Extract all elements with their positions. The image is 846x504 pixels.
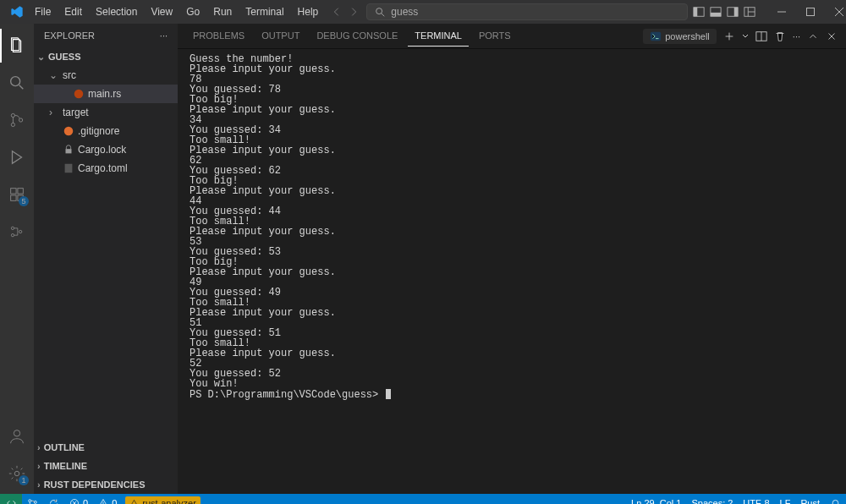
svg-point-18 [11,234,14,237]
toggle-primary-sidebar-icon[interactable] [693,6,705,18]
window-controls [767,0,846,24]
status-spaces[interactable]: Spaces: 2 [686,494,738,504]
folder-src[interactable]: ⌄src [34,66,178,85]
close-panel-icon[interactable] [826,30,838,42]
section-rust-dependencies[interactable]: ›RUST DEPENDENCIES [34,475,178,494]
panel-tab-problems[interactable]: PROBLEMS [186,25,251,47]
editor-area: PROBLEMSOUTPUTDEBUG CONSOLETERMINALPORTS… [178,24,846,494]
status-rust-analyzer[interactable]: rust-analyzer [125,496,201,504]
lock-icon [63,144,74,156]
nav-forward-icon[interactable] [348,6,360,18]
panel-tab-terminal[interactable]: TERMINAL [408,25,469,47]
file-tree: ⌄srcmain.rs›target.gitignoreCargo.lockCa… [34,66,178,178]
kill-terminal-icon[interactable] [774,30,786,42]
menu-view[interactable]: View [145,3,179,21]
chevron-right-icon: › [37,479,41,490]
svg-rect-2 [694,8,697,17]
maximize-panel-icon[interactable] [807,30,819,42]
search-icon [374,6,386,18]
activity-remote-explorer[interactable] [0,215,34,249]
panel-tab-ports[interactable]: PORTS [472,25,518,47]
terminal-dropdown-icon[interactable] [742,33,749,40]
terminal-output[interactable]: Guess the number! Please input your gues… [178,49,846,494]
status-branch[interactable] [22,494,43,504]
project-root[interactable]: ⌄ GUESS [34,47,178,66]
tree-label: main.rs [88,88,121,100]
section-timeline[interactable]: ›TIMELINE [34,457,178,475]
status-language[interactable]: Rust [795,494,825,504]
command-center[interactable]: guess [366,3,688,20]
menu-run[interactable]: Run [207,3,238,21]
new-terminal-icon[interactable] [723,30,735,42]
panel-tab-debug-console[interactable]: DEBUG CONSOLE [310,25,404,47]
folder-target[interactable]: ›target [34,103,178,122]
file-Cargo-toml[interactable]: Cargo.toml [34,159,178,178]
section-outline[interactable]: ›OUTLINE [34,438,178,457]
chevron-right-icon: › [37,442,41,452]
status-errors[interactable]: 0 [64,494,93,504]
remote-indicator[interactable] [0,494,22,504]
activity-explorer[interactable] [0,29,34,63]
tree-label: Cargo.lock [78,144,126,156]
activity-run-debug[interactable] [0,140,34,174]
activity-search[interactable] [0,66,34,100]
status-warnings[interactable]: 0 [93,494,122,504]
panel-more-icon[interactable]: ··· [793,31,800,41]
status-eol[interactable]: LF [775,494,796,504]
git-icon [63,125,74,137]
status-sync[interactable] [43,494,64,504]
explorer-sidebar: EXPLORER ··· ⌄ GUESS ⌄srcmain.rs›target.… [34,24,178,494]
chevron-right-icon: › [49,107,59,118]
chevron-down-icon: ⌄ [49,69,59,81]
activity-source-control[interactable] [0,103,34,137]
toggle-secondary-sidebar-icon[interactable] [727,6,739,18]
menu-go[interactable]: Go [180,3,206,21]
activity-settings[interactable]: 1 [0,457,34,490]
menu-edit[interactable]: Edit [58,3,88,21]
customize-layout-icon[interactable] [744,6,755,18]
file-Cargo-lock[interactable]: Cargo.lock [34,140,178,159]
svg-rect-16 [18,189,23,194]
minimize-button[interactable] [767,0,796,24]
extensions-badge: 5 [19,196,29,206]
explorer-more-icon[interactable]: ··· [160,30,168,41]
rust-icon [73,88,85,100]
svg-point-0 [376,8,382,14]
activity-extensions[interactable]: 5 [0,178,34,211]
file-main-rs[interactable]: main.rs [34,85,178,103]
panel-tab-output[interactable]: OUTPUT [255,25,306,47]
powershell-icon [650,30,662,42]
svg-point-21 [14,471,19,476]
svg-point-30 [34,501,36,503]
svg-rect-25 [65,164,73,173]
toggle-panel-icon[interactable] [710,6,722,18]
svg-point-11 [11,123,14,126]
menu-terminal[interactable]: Terminal [239,3,289,21]
layout-controls [688,6,761,18]
tree-label: src [63,69,76,81]
status-cursor[interactable]: Ln 29, Col 1 [626,494,686,504]
menu-selection[interactable]: Selection [90,3,143,21]
svg-rect-24 [66,149,72,153]
status-encoding[interactable]: UTF-8 [738,494,774,504]
file--gitignore[interactable]: .gitignore [34,122,178,140]
status-bar: 0 0 rust-analyzer Ln 29, Col 1 Spaces: 2… [0,494,846,504]
status-notifications-icon[interactable] [825,494,846,504]
chevron-right-icon: › [37,461,41,471]
svg-point-17 [11,227,14,229]
terminal-shell-chip[interactable]: powershell [643,29,717,44]
menu-file[interactable]: File [29,3,57,21]
close-button[interactable] [825,0,846,24]
maximize-button[interactable] [796,0,825,24]
menu-bar: FileEditSelectionViewGoRunTerminalHelp [29,3,324,21]
shell-label: powershell [665,31,710,41]
split-terminal-icon[interactable] [755,30,767,42]
svg-point-10 [11,113,14,117]
activity-accounts[interactable] [0,419,34,453]
nav-back-icon[interactable] [331,6,343,18]
menu-help[interactable]: Help [292,3,325,21]
tree-label: target [63,107,89,118]
explorer-title: EXPLORER [44,30,95,41]
svg-rect-6 [734,8,738,17]
explorer-header: EXPLORER ··· [34,24,178,47]
